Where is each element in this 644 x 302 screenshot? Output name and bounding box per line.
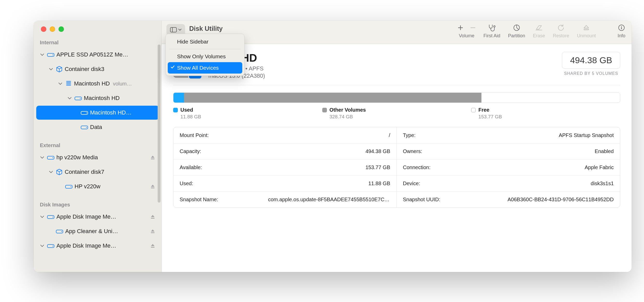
sidebar-item-internal-disk[interactable]: APPLE SSD AP0512Z Me… bbox=[36, 48, 159, 62]
detail-key: Device: bbox=[403, 181, 420, 186]
svg-point-3 bbox=[80, 98, 80, 99]
menu-item-show-only-volumes[interactable]: Show Only Volumes bbox=[168, 51, 242, 62]
toolbar-volume: Volume bbox=[458, 24, 476, 39]
info-icon bbox=[618, 24, 625, 32]
detail-value: disk3s1s1 bbox=[591, 181, 614, 186]
toolbar-first-aid-button[interactable]: First Aid bbox=[484, 24, 500, 39]
eject-icon[interactable] bbox=[150, 243, 155, 248]
legend-free-label: Free bbox=[478, 107, 489, 113]
menu-item-label: Hide Sidebar bbox=[177, 39, 208, 45]
minimize-window-button[interactable] bbox=[50, 26, 55, 32]
menu-item-hide-sidebar[interactable]: Hide Sidebar bbox=[168, 36, 242, 47]
sidebar-icon bbox=[170, 27, 177, 32]
menu-item-show-all-devices[interactable]: Show All Devices bbox=[168, 62, 242, 74]
sidebar-item-suffix: volum… bbox=[113, 81, 132, 87]
sidebar-item-label: HP v220w bbox=[75, 183, 100, 190]
sidebar-item-container-disk7[interactable]: Container disk7 bbox=[36, 165, 159, 179]
toolbar-unmount-button: Unmount bbox=[577, 24, 596, 39]
chevron-down-icon bbox=[48, 67, 54, 71]
legend-other-label: Other Volumes bbox=[330, 107, 366, 113]
chevron-down-icon bbox=[67, 96, 72, 100]
toolbar-restore-button: Restore bbox=[553, 24, 569, 39]
detail-value: 153.77 GB bbox=[365, 164, 390, 170]
detail-row: Used:11.88 GB bbox=[173, 175, 397, 191]
svg-rect-19 bbox=[151, 232, 155, 233]
toolbar-partition-button[interactable]: Partition bbox=[508, 24, 525, 39]
detail-row: Snapshot Name:com.apple.os.update-8F5BAA… bbox=[173, 191, 397, 207]
sidebar-item-macintosh-hd-snapshot[interactable]: Macintosh HD… bbox=[36, 106, 159, 120]
svg-point-1 bbox=[52, 54, 53, 55]
detail-row: Mount Point:/ bbox=[173, 127, 397, 143]
details-table: Mount Point:/ Capacity:494.38 GB Availab… bbox=[173, 127, 620, 208]
sidebar-item-external-disk[interactable]: hp v220w Media bbox=[36, 150, 159, 164]
sidebar-item-disk-image-2[interactable]: Apple Disk Image Me… bbox=[36, 239, 159, 253]
legend-other-value: 328.74 GB bbox=[330, 114, 471, 120]
eject-icon[interactable] bbox=[150, 155, 155, 160]
detail-value: com.apple.os.update-8F5BAADEE7455B5510E7… bbox=[268, 197, 390, 203]
detail-row: Snapshot UUID:A06B360C-BB24-431D-9706-56… bbox=[397, 191, 620, 207]
capacity-shared-label: SHARED BY 5 VOLUMES bbox=[562, 71, 620, 76]
close-window-button[interactable] bbox=[41, 26, 46, 32]
menu-item-label: Show All Devices bbox=[177, 65, 219, 71]
detail-row: Capacity:494.38 GB bbox=[173, 143, 397, 159]
sidebar-item-container-disk3[interactable]: Container disk3 bbox=[36, 62, 159, 76]
toolbar-info-button[interactable]: Info bbox=[618, 24, 625, 39]
volume-icon bbox=[56, 228, 63, 234]
window-controls bbox=[34, 21, 162, 32]
detail-key: Type: bbox=[403, 132, 416, 138]
sidebar-item-macintosh-hd[interactable]: Macintosh HD bbox=[36, 91, 159, 105]
svg-point-18 bbox=[61, 231, 62, 232]
svg-rect-31 bbox=[621, 27, 622, 29]
detail-key: Used: bbox=[180, 181, 193, 186]
scrollbar-thumb[interactable] bbox=[158, 45, 160, 203]
restore-icon bbox=[557, 24, 565, 32]
sidebar-item-macintosh-hd-group[interactable]: Macintosh HD volum… bbox=[36, 77, 159, 91]
svg-rect-22 bbox=[151, 247, 155, 248]
sidebar-scrollbar[interactable] bbox=[158, 45, 160, 272]
eject-icon[interactable] bbox=[150, 214, 155, 219]
sidebar-item-label: APPLE SSD AP0512Z Me… bbox=[56, 51, 128, 58]
zoom-window-button[interactable] bbox=[58, 26, 64, 32]
erase-icon bbox=[535, 24, 543, 32]
detail-key: Owners: bbox=[403, 148, 422, 154]
eject-icon bbox=[583, 24, 590, 32]
svg-point-5 bbox=[86, 112, 87, 113]
detail-row: Connection:Apple Fabric bbox=[397, 159, 620, 175]
svg-point-30 bbox=[621, 26, 622, 27]
volume-icon bbox=[65, 184, 72, 189]
eject-icon[interactable] bbox=[150, 229, 155, 234]
details-left-column: Mount Point:/ Capacity:494.38 GB Availab… bbox=[173, 127, 397, 207]
plus-icon bbox=[458, 25, 463, 31]
toolbar-label: Erase bbox=[533, 33, 545, 39]
detail-row: Available:153.77 GB bbox=[173, 159, 397, 175]
swatch-used bbox=[173, 108, 178, 112]
detail-value: Apple Fabric bbox=[585, 164, 614, 170]
sidebar-item-label: Macintosh HD… bbox=[90, 109, 131, 116]
svg-point-12 bbox=[70, 186, 71, 187]
sidebar-item-disk-image-1-vol[interactable]: App Cleaner & Uni… bbox=[36, 224, 159, 238]
legend-free-value: 153.77 GB bbox=[478, 114, 620, 120]
container-icon bbox=[56, 169, 63, 175]
main-panel: ntosh HD rtup Snapshot • APFS macOS 13.0… bbox=[162, 44, 632, 272]
svg-point-15 bbox=[52, 217, 53, 217]
app-title: Disk Utility bbox=[189, 25, 223, 32]
usage-bar bbox=[173, 92, 620, 103]
content-area: Disk Utility Volume First Aid bbox=[162, 21, 632, 272]
sidebar-item-hp-v220w[interactable]: HP v220w bbox=[36, 179, 159, 193]
sidebar-item-disk-image-1[interactable]: Apple Disk Image Me… bbox=[36, 210, 159, 224]
hard-drive-icon bbox=[47, 243, 54, 249]
svg-rect-23 bbox=[170, 27, 177, 32]
minus-icon bbox=[470, 25, 476, 31]
eject-icon[interactable] bbox=[150, 184, 155, 189]
hard-drive-icon bbox=[47, 155, 54, 160]
svg-point-7 bbox=[86, 127, 87, 128]
detail-value: 11.88 GB bbox=[368, 181, 390, 186]
swatch-free bbox=[471, 108, 476, 112]
chevron-down-icon bbox=[39, 53, 45, 57]
sidebar-item-label: Macintosh HD bbox=[84, 95, 120, 102]
volume-add-button[interactable] bbox=[458, 25, 463, 31]
menu-item-label: Show Only Volumes bbox=[177, 53, 226, 60]
detail-value: APFS Startup Snapshot bbox=[559, 132, 614, 138]
sidebar-item-data[interactable]: Data bbox=[36, 120, 159, 134]
detail-value: A06B360C-BB24-431D-9706-56C11B4952DD bbox=[508, 197, 614, 203]
